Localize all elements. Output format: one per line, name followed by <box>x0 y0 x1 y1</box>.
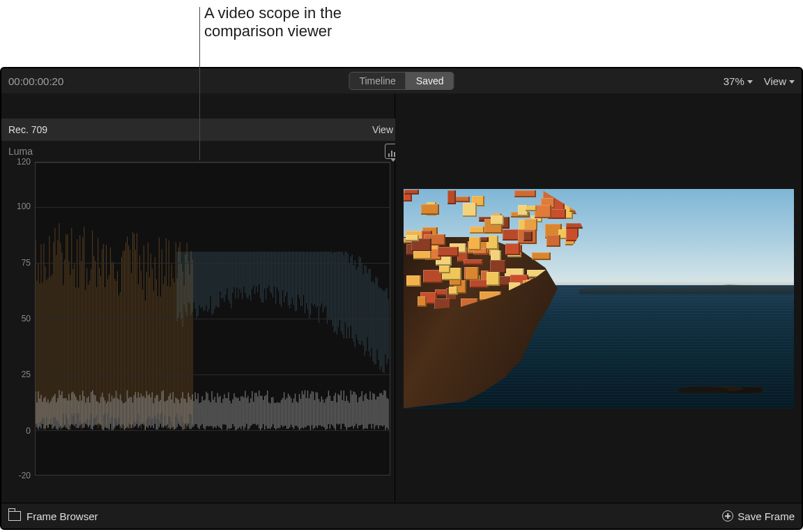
view-label: View <box>764 75 786 87</box>
timecode-display: 00:00:00:20 <box>8 75 63 87</box>
axis-tick: -20 <box>19 471 31 480</box>
grid-line <box>36 162 390 163</box>
axis-tick: 25 <box>22 370 31 379</box>
video-rocks-region <box>677 382 763 395</box>
save-frame-button[interactable]: Save Frame <box>722 510 795 522</box>
axis-tick: 50 <box>22 314 31 324</box>
waveform-y-axis: 1201007550250-20 <box>6 162 33 476</box>
scope-header: Rec. 709 View <box>1 119 408 142</box>
waveform-scope: 1201007550250-20 <box>6 162 390 476</box>
axis-tick: 75 <box>22 258 31 268</box>
grid-line <box>36 475 390 476</box>
grid-line <box>36 430 390 431</box>
scope-type-label: Luma <box>8 146 33 157</box>
video-preview-panel <box>395 93 802 503</box>
frame-browser-button[interactable]: Frame Browser <box>26 510 98 522</box>
save-frame-label: Save Frame <box>737 510 795 522</box>
scope-label-row: Luma <box>1 141 408 162</box>
axis-tick: 120 <box>17 157 31 167</box>
axis-tick: 0 <box>26 426 31 436</box>
comparison-viewer-window: 00:00:00:20 Timeline Saved 37% View Rec.… <box>0 67 803 530</box>
callout-leader-line <box>199 7 200 160</box>
frame-browser-icon <box>8 511 21 521</box>
tab-saved[interactable]: Saved <box>406 73 454 89</box>
grid-line <box>36 207 390 208</box>
video-headland-region <box>579 281 794 294</box>
viewer-toolbar: 00:00:00:20 Timeline Saved 37% View <box>1 68 802 94</box>
annotation-area: A video scope in the comparison viewer <box>0 0 803 67</box>
video-frame <box>404 189 794 409</box>
viewer-view-dropdown[interactable]: View <box>764 75 795 87</box>
grid-line <box>36 319 390 319</box>
video-scope-panel: Rec. 709 View Luma 1201007550250-20 <box>1 93 395 503</box>
waveform-plot-area <box>35 162 390 476</box>
plus-circle-icon <box>722 510 733 522</box>
grid-line <box>36 263 390 264</box>
color-profile-label: Rec. 709 <box>8 124 47 135</box>
tab-timeline[interactable]: Timeline <box>349 73 405 89</box>
zoom-dropdown[interactable]: 37% <box>724 75 753 87</box>
viewer-footer: Frame Browser Save Frame <box>1 503 802 529</box>
scope-view-label: View <box>372 124 393 135</box>
callout-label: A video scope in the comparison viewer <box>204 4 342 40</box>
axis-tick: 100 <box>17 202 31 211</box>
comparison-mode-segmented: Timeline Saved <box>349 72 454 90</box>
chevron-down-icon <box>789 80 795 84</box>
zoom-value: 37% <box>724 75 744 87</box>
chevron-down-icon <box>747 80 753 84</box>
grid-line <box>36 374 390 375</box>
